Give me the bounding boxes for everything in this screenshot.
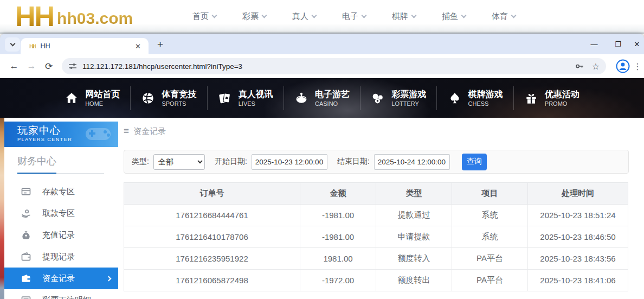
table-cell: 1761216235951922 xyxy=(124,248,300,270)
sidebar-item-5[interactable]: 彩票下注明细 xyxy=(4,289,118,299)
table-cell: 1761216684444761 xyxy=(124,205,300,226)
minimize-button[interactable]: — xyxy=(582,40,606,48)
main-nav-item-0[interactable]: 网站首页HOME xyxy=(54,86,130,110)
site-favicon: HH xyxy=(29,43,36,49)
filter-bar: 类型: 全部 开始日期: 结束日期: 查询 xyxy=(124,150,629,174)
main-nav-item-4[interactable]: 彩票游戏LOTTERY xyxy=(360,86,436,110)
search-button[interactable]: 查询 xyxy=(462,154,487,170)
main-content: ≡ 资金记录 类型: 全部 开始日期: 结束日期: 查询 订单号金额类型项目处理… xyxy=(124,118,628,299)
table-cell: 2025-10-23 18:46:50 xyxy=(528,226,628,248)
tab-close-icon[interactable]: ✕ xyxy=(132,41,144,52)
site-logo[interactable]: HH hh03.com xyxy=(15,1,133,31)
tab-search-button[interactable] xyxy=(5,37,20,52)
main-nav-item-5[interactable]: 棋牌游戏CHESS xyxy=(436,86,513,110)
hamburger-icon: ≡ xyxy=(124,126,129,137)
password-key-icon[interactable] xyxy=(575,61,584,71)
table-row: 1761216410178706-1981.00申请提款系统2025-10-23… xyxy=(124,226,628,248)
close-window-button[interactable]: ✕ xyxy=(630,40,644,48)
chevron-down-icon xyxy=(262,12,267,18)
table-cell: 额度转入 xyxy=(376,248,452,270)
reload-button[interactable]: ⟳ xyxy=(40,61,57,72)
chevron-down-icon xyxy=(362,12,367,18)
table-header-cell: 项目 xyxy=(452,183,528,205)
forward-button[interactable]: → xyxy=(23,61,40,72)
address-bar[interactable]: 112.121.172.181/hhcp/usercenter.html?ini… xyxy=(62,58,606,74)
table-cell: 2025-10-23 18:41:06 xyxy=(528,270,628,291)
main-nav-label-en: SPORTS xyxy=(162,100,196,107)
lottery-balls-icon xyxy=(371,91,385,105)
main-nav-label-zh: 优惠活动 xyxy=(545,89,579,100)
window-controls: — ❐ ✕ xyxy=(582,34,644,54)
main-nav-label-zh: 棋牌游戏 xyxy=(468,89,503,100)
table-cell: 1761216065872498 xyxy=(124,270,300,291)
new-tab-button[interactable]: + xyxy=(153,39,168,50)
table-cell: PA平台 xyxy=(452,270,528,291)
site-nav-item-0[interactable]: 首页 xyxy=(192,11,216,22)
funds-record-icon xyxy=(21,273,31,284)
sidebar-item-2[interactable]: 充值记录 xyxy=(4,224,118,246)
sidebar-item-label: 提现记录 xyxy=(42,252,75,262)
page-body: 玩家中心 PLAYERS CENTER 财务中心 存款专区取款专区充值记录提现记… xyxy=(0,118,644,299)
main-nav-label-zh: 真人视讯 xyxy=(239,89,273,100)
main-nav-item-1[interactable]: 体育竞技SPORTS xyxy=(130,86,207,110)
browser-menu-icon[interactable]: ⋮ xyxy=(633,61,639,72)
chevron-down-icon xyxy=(212,12,217,18)
tab-title: HH xyxy=(40,42,132,50)
end-date-input[interactable] xyxy=(374,154,450,170)
table-header-cell: 处理时间 xyxy=(528,183,628,205)
browser-window: HH HH ✕ + — ❐ ✕ ← → ⟳ 112.121.172.181/hh… xyxy=(0,34,644,299)
sports-ball-icon xyxy=(141,91,155,105)
sidebar-item-0[interactable]: 存款专区 xyxy=(4,181,118,202)
section-underline xyxy=(17,173,104,174)
main-nav-label-en: CHESS xyxy=(468,100,503,107)
site-header: HH hh03.com 首页彩票真人电子棋牌捕鱼体育 xyxy=(0,0,644,34)
site-settings-icon[interactable] xyxy=(68,62,77,71)
table-header-cell: 金额 xyxy=(300,183,376,205)
main-nav-label-zh: 电子游艺 xyxy=(315,89,350,100)
site-nav-item-5[interactable]: 捕鱼 xyxy=(442,11,466,22)
table-cell: -1981.00 xyxy=(300,226,376,248)
funds-record-table: 订单号金额类型项目处理时间 1761216684444761-1981.00提款… xyxy=(124,182,628,291)
maximize-button[interactable]: ❐ xyxy=(606,40,630,48)
sidebar-item-1[interactable]: 取款专区 xyxy=(4,202,118,224)
main-nav-item-2[interactable]: 真人视讯LIVES xyxy=(207,86,284,110)
sidebar-item-label: 存款专区 xyxy=(42,187,75,197)
table-header-cell: 订单号 xyxy=(124,183,300,205)
table-cell: -1972.00 xyxy=(300,270,376,291)
main-nav-label-zh: 网站首页 xyxy=(85,89,120,100)
finance-center-label: 财务中心 xyxy=(17,155,118,168)
main-nav-item-3[interactable]: 电子游艺CASINO xyxy=(284,86,360,110)
browser-tabstrip: HH HH ✕ + — ❐ ✕ xyxy=(0,34,644,54)
site-nav-item-4[interactable]: 棋牌 xyxy=(392,11,416,22)
table-row: 1761216065872498-1972.00额度转出PA平台2025-10-… xyxy=(124,270,628,291)
sidebar-item-label: 资金记录 xyxy=(42,273,75,284)
back-button[interactable]: ← xyxy=(5,61,23,72)
site-nav-item-1[interactable]: 彩票 xyxy=(242,11,266,22)
sidebar-item-3[interactable]: 提现记录 xyxy=(4,246,118,268)
table-row: 1761216684444761-1981.00提款通过系统2025-10-23… xyxy=(124,205,628,226)
site-nav-item-2[interactable]: 真人 xyxy=(292,11,316,22)
logo-domain-text: hh03.com xyxy=(57,5,133,31)
start-date-label: 开始日期: xyxy=(215,157,247,167)
url-text[interactable]: 112.121.172.181/hhcp/usercenter.html?ini… xyxy=(82,62,567,71)
main-nav-label-zh: 彩票游戏 xyxy=(391,89,426,100)
background-banner-edge xyxy=(0,118,4,299)
table-cell: 申请提款 xyxy=(376,226,452,248)
profile-avatar[interactable] xyxy=(616,59,630,73)
browser-tab[interactable]: HH HH ✕ xyxy=(21,38,149,54)
table-cell: 1981.00 xyxy=(300,248,376,270)
sidebar-item-label: 充值记录 xyxy=(42,230,75,240)
main-nav-item-6[interactable]: 优惠活动PROMO xyxy=(513,86,590,110)
site-nav-item-3[interactable]: 电子 xyxy=(342,11,366,22)
table-cell: 系统 xyxy=(452,226,528,248)
bookmark-star-icon[interactable]: ☆ xyxy=(592,61,600,72)
table-header-cell: 类型 xyxy=(376,183,452,205)
sidebar-item-4[interactable]: 资金记录 xyxy=(4,268,118,289)
withdraw-hand-icon xyxy=(21,208,31,219)
roulette-icon xyxy=(294,91,308,105)
main-nav-label-en: HOME xyxy=(85,100,120,107)
type-select[interactable]: 全部 xyxy=(153,154,205,170)
site-nav-item-6[interactable]: 体育 xyxy=(492,11,516,22)
players-center-header[interactable]: 玩家中心 PLAYERS CENTER xyxy=(4,122,118,147)
start-date-input[interactable] xyxy=(252,154,327,170)
